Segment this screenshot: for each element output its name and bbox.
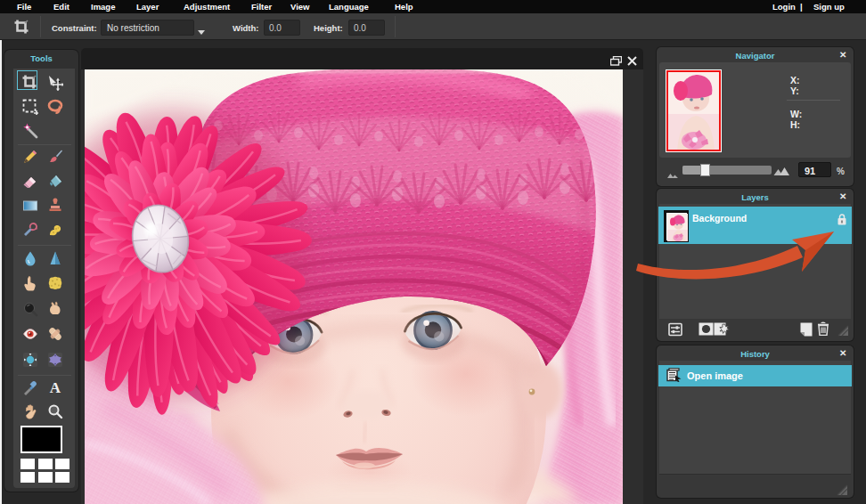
svg-text:A: A xyxy=(50,379,61,395)
